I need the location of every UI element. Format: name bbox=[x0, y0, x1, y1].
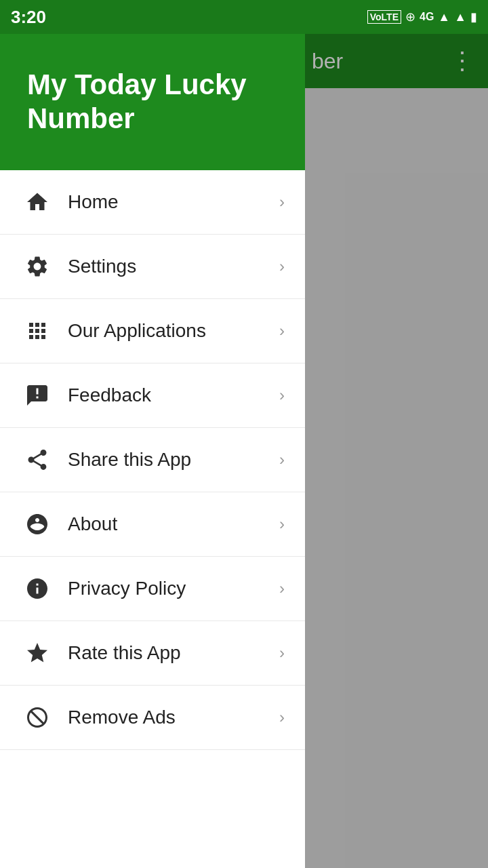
menu-label-privacy-policy: Privacy Policy bbox=[68, 578, 279, 599]
chevron-icon-about: › bbox=[279, 515, 285, 534]
menu-label-about: About bbox=[68, 513, 279, 535]
about-icon bbox=[20, 507, 54, 541]
signal-icon-2: ▲ bbox=[454, 10, 466, 24]
menu-label-feedback: Feedback bbox=[68, 384, 279, 406]
menu-item-rate[interactable]: Rate this App › bbox=[0, 621, 305, 686]
star-icon bbox=[20, 636, 54, 670]
home-icon bbox=[20, 185, 54, 219]
chevron-icon-share: › bbox=[279, 450, 285, 469]
chevron-icon-our-applications: › bbox=[279, 321, 285, 340]
volte-icon: VoLTE bbox=[367, 10, 401, 24]
menu-item-remove-ads[interactable]: Remove Ads › bbox=[0, 686, 305, 750]
chevron-icon-privacy-policy: › bbox=[279, 579, 285, 598]
menu-label-home: Home bbox=[68, 191, 279, 213]
menu-item-feedback[interactable]: Feedback › bbox=[0, 363, 305, 428]
chevron-icon-feedback: › bbox=[279, 386, 285, 405]
chevron-icon-remove-ads: › bbox=[279, 708, 285, 727]
location-icon: ⊕ bbox=[405, 9, 415, 24]
menu-label-share: Share this App bbox=[68, 449, 279, 471]
drawer-menu: Home › Settings › Our Applications › Fee… bbox=[0, 170, 305, 868]
status-bar: 3:20 VoLTE ⊕ 4G ▲ ▲ ▮ bbox=[0, 0, 488, 34]
menu-item-our-applications[interactable]: Our Applications › bbox=[0, 299, 305, 363]
chevron-icon-home: › bbox=[279, 193, 285, 212]
menu-label-rate: Rate this App bbox=[68, 642, 279, 664]
drawer-header: My Today Lucky Number bbox=[0, 34, 305, 170]
status-icons: VoLTE ⊕ 4G ▲ ▲ ▮ bbox=[367, 9, 477, 24]
menu-item-privacy-policy[interactable]: Privacy Policy › bbox=[0, 557, 305, 621]
menu-item-about[interactable]: About › bbox=[0, 492, 305, 557]
settings-icon bbox=[20, 250, 54, 283]
menu-label-settings: Settings bbox=[68, 256, 279, 277]
navigation-drawer: My Today Lucky Number Home › Settings › … bbox=[0, 34, 305, 868]
network-4g-icon: 4G bbox=[420, 11, 434, 23]
menu-item-settings[interactable]: Settings › bbox=[0, 235, 305, 299]
no-ads-icon bbox=[20, 701, 54, 734]
info-icon bbox=[20, 572, 54, 606]
signal-icon: ▲ bbox=[438, 10, 450, 24]
drawer-app-name: My Today Lucky Number bbox=[27, 68, 278, 136]
battery-icon: ▮ bbox=[470, 9, 477, 24]
status-time: 3:20 bbox=[11, 7, 46, 28]
chevron-icon-settings: › bbox=[279, 257, 285, 276]
menu-label-our-applications: Our Applications bbox=[68, 320, 279, 342]
feedback-icon bbox=[20, 378, 54, 412]
apps-icon bbox=[20, 314, 54, 348]
chevron-icon-rate: › bbox=[279, 644, 285, 663]
share-icon bbox=[20, 443, 54, 477]
menu-item-home[interactable]: Home › bbox=[0, 170, 305, 235]
menu-item-share[interactable]: Share this App › bbox=[0, 428, 305, 492]
menu-label-remove-ads: Remove Ads bbox=[68, 707, 279, 728]
